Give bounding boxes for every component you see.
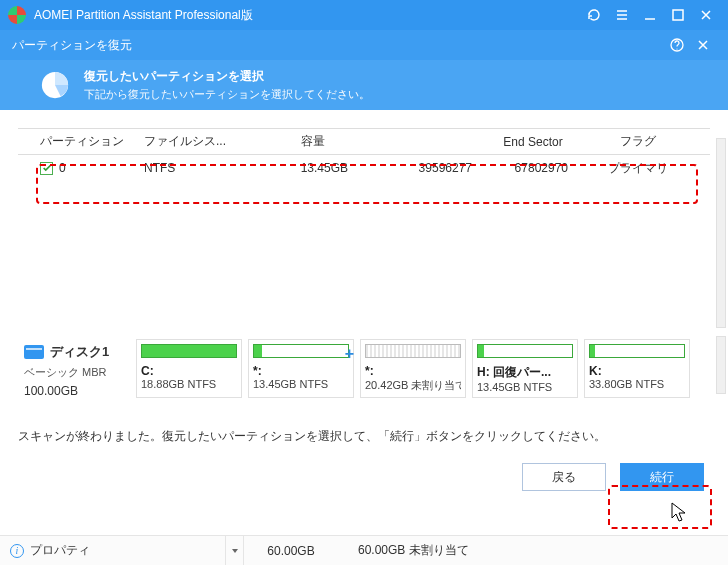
partition-label: C:	[141, 364, 237, 378]
property-button[interactable]: i プロパティ	[0, 536, 226, 565]
partition-table: パーティション ファイルシス... 容量 End Sector フラグ 0 NT…	[18, 128, 710, 331]
table-row[interactable]: 0 NTFS 13.45GB 39596277 67802970 プライマリ	[18, 155, 710, 181]
partition-label: K:	[589, 364, 685, 378]
app-titlebar: AOMEI Partition Assistant Professional版	[0, 0, 728, 30]
back-button[interactable]: 戻る	[522, 463, 606, 491]
cell-capacity: 13.45GB	[248, 161, 378, 175]
partition-sublabel: 20.42GB 未割り当て	[365, 378, 461, 393]
cell-start-sector: 39596277	[378, 161, 478, 175]
property-dropdown[interactable]	[226, 536, 244, 565]
pie-chart-icon	[40, 70, 70, 100]
minimize-button[interactable]	[636, 1, 664, 29]
footer-desc: 60.00GB 未割り当て	[338, 542, 469, 559]
partition-card[interactable]: +*:13.45GB NTFS	[248, 339, 354, 398]
cell-partition: 0	[59, 161, 66, 175]
continue-button[interactable]: 続行	[620, 463, 704, 491]
app-logo-icon	[8, 6, 26, 24]
col-flag[interactable]: フラグ	[588, 133, 688, 150]
row-checkbox[interactable]	[40, 162, 53, 175]
disk-size: 100.00GB	[24, 384, 128, 398]
svg-point-2	[676, 48, 677, 49]
col-capacity[interactable]: 容量	[248, 133, 378, 150]
dialog-header: パーティションを復元	[0, 30, 728, 60]
property-label: プロパティ	[30, 542, 90, 559]
help-button[interactable]	[664, 32, 690, 58]
usage-bar: +	[253, 344, 349, 358]
cell-flag: プライマリ	[588, 160, 688, 177]
disk-layout-panel: ディスク1 ベーシック MBR 100.00GB C:18.88GB NTFS+…	[18, 339, 710, 398]
plus-icon: +	[345, 345, 354, 363]
partition-card[interactable]: K:33.80GB NTFS	[584, 339, 690, 398]
partition-sublabel: 33.80GB NTFS	[589, 378, 685, 390]
dialog-close-button[interactable]	[690, 32, 716, 58]
info-icon: i	[10, 544, 24, 558]
maximize-button[interactable]	[664, 1, 692, 29]
status-message: スキャンが終わりました。復元したいパーティションを選択して、「続行」ボタンをクリ…	[18, 428, 710, 445]
col-filesystem[interactable]: ファイルシス...	[138, 133, 248, 150]
partition-sublabel: 18.88GB NTFS	[141, 378, 237, 390]
banner-subtitle: 下記から復元したいパーティションを選択してください。	[84, 87, 370, 102]
dialog-title: パーティションを復元	[12, 37, 664, 54]
close-button[interactable]	[692, 1, 720, 29]
svg-rect-0	[673, 10, 683, 20]
usage-bar	[365, 344, 461, 358]
partition-sublabel: 13.45GB NTFS	[253, 378, 349, 390]
scrollbar[interactable]	[716, 138, 726, 328]
scrollbar[interactable]	[716, 336, 726, 394]
instruction-banner: 復元したいパーティションを選択 下記から復元したいパーティションを選択してくださ…	[0, 60, 728, 110]
partition-label: *:	[365, 364, 461, 378]
app-title: AOMEI Partition Assistant Professional版	[34, 7, 580, 24]
banner-title: 復元したいパーティションを選択	[84, 68, 370, 85]
cell-end-sector: 67802970	[478, 161, 588, 175]
disk-type: ベーシック MBR	[24, 365, 128, 380]
dialog-content: パーティション ファイルシス... 容量 End Sector フラグ 0 NT…	[0, 110, 728, 535]
partition-sublabel: 13.45GB NTFS	[477, 381, 573, 393]
usage-bar	[589, 344, 685, 358]
cell-filesystem: NTFS	[138, 161, 248, 175]
disk-info: ディスク1 ベーシック MBR 100.00GB	[18, 339, 128, 398]
table-header-row: パーティション ファイルシス... 容量 End Sector フラグ	[18, 129, 710, 155]
partition-card[interactable]: C:18.88GB NTFS	[136, 339, 242, 398]
menu-button[interactable]	[608, 1, 636, 29]
footer-size: 60.00GB	[244, 544, 338, 558]
partition-card[interactable]: *:20.42GB 未割り当て	[360, 339, 466, 398]
col-end-sector[interactable]: End Sector	[478, 135, 588, 149]
usage-bar	[477, 344, 573, 358]
hdd-icon	[24, 345, 44, 359]
partition-label: H: 回復パー...	[477, 364, 573, 381]
partition-label: *:	[253, 364, 349, 378]
usage-bar	[141, 344, 237, 358]
disk-name: ディスク1	[50, 343, 109, 361]
partition-card[interactable]: H: 回復パー...13.45GB NTFS	[472, 339, 578, 398]
col-partition[interactable]: パーティション	[18, 133, 138, 150]
refresh-button[interactable]	[580, 1, 608, 29]
status-bar: i プロパティ 60.00GB 60.00GB 未割り当て	[0, 535, 728, 565]
